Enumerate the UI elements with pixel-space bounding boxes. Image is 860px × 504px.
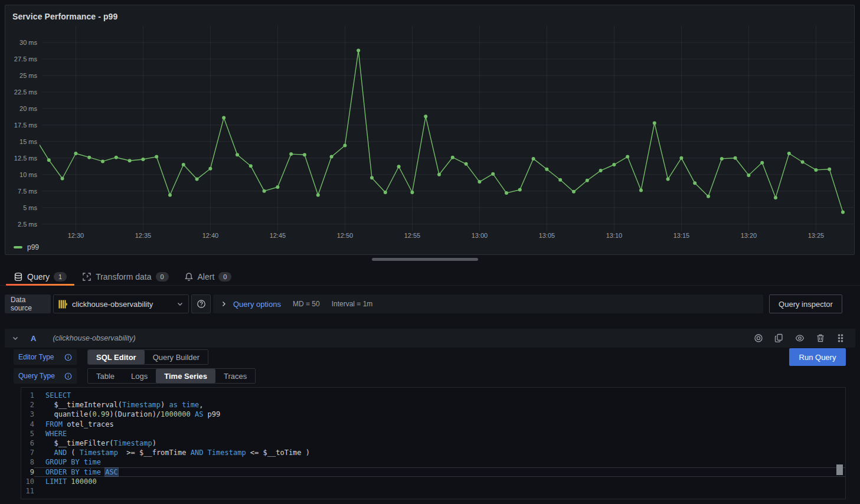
code-line: 7 AND ( Timestamp >= $__fromTime AND Tim… (21, 448, 845, 457)
tab-transform-label: Transform data (96, 272, 151, 282)
query-inspector-button[interactable]: Query inspector (769, 294, 842, 313)
target-icon[interactable] (754, 333, 763, 343)
collapse-query-icon[interactable] (12, 335, 19, 342)
line-number: 11 (21, 486, 34, 496)
line-number: 3 (21, 410, 34, 419)
code-line: 5WHERE (21, 429, 845, 438)
x-axis-tick: 12:35 (135, 232, 152, 239)
chevron-down-icon (176, 300, 184, 307)
y-axis-tick: 10 ms (19, 171, 37, 178)
angle-right-icon[interactable] (220, 300, 227, 307)
tab-transform-data[interactable]: Transform data 0 (74, 268, 176, 285)
datasource-toolbar: Data source clickhouse-observability (5, 294, 842, 313)
query-type-radio-group: TableLogsTime SeriesTraces (87, 368, 256, 384)
code-line: 9ORDER BY time ASC (21, 467, 845, 477)
x-axis-tick: 12:40 (202, 232, 219, 239)
series-p99 (34, 48, 845, 214)
x-axis-tick: 12:30 (68, 232, 84, 239)
line-number: 1 (21, 391, 34, 400)
clickhouse-logo-icon (58, 300, 67, 309)
line-number: 8 (21, 457, 34, 467)
line-number: 6 (21, 438, 34, 448)
editor-scrollbar-thumb[interactable] (836, 464, 843, 475)
editor-type-row: Editor Type SQL EditorQuery Builder (14, 349, 208, 365)
y-axis-tick: 22.5 ms (14, 89, 38, 96)
tab-alert-label: Alert (198, 272, 215, 282)
line-number: 2 (21, 400, 34, 410)
query-row-header: A (clickhouse-observability) (5, 329, 855, 348)
legend-swatch (14, 246, 22, 248)
tab-query[interactable]: Query 1 (6, 268, 74, 285)
x-axis-tick: 12:45 (270, 232, 286, 239)
y-axis-tick: 7.5 ms (18, 188, 38, 195)
tab-query-label: Query (27, 272, 50, 282)
option-logs[interactable]: Logs (123, 369, 156, 383)
option-time-series[interactable]: Time Series (156, 369, 215, 383)
x-axis-tick: 13:25 (808, 232, 825, 239)
line-number: 5 (21, 429, 34, 438)
option-sql-editor[interactable]: SQL Editor (88, 350, 145, 364)
code-line: 10LIMIT 100000 (21, 477, 845, 486)
query-type-label-box: Query Type (14, 368, 77, 384)
query-options-strip: Query options MD = 50 Interval = 1m (213, 294, 763, 313)
x-axis-tick: 12:50 (337, 232, 354, 239)
transform-icon (82, 272, 91, 282)
option-table[interactable]: Table (88, 369, 123, 383)
timeseries-chart: 2.5 ms5 ms7.5 ms10 ms12.5 ms15 ms17.5 ms… (5, 5, 855, 254)
code-line: 8GROUP BY time (21, 457, 845, 467)
code-line: 6 $__timeFilter(Timestamp) (21, 438, 845, 448)
tab-alert-count: 0 (218, 272, 231, 282)
question-circle-icon (197, 299, 206, 309)
timeseries-panel: 2.5 ms5 ms7.5 ms10 ms12.5 ms15 ms17.5 ms… (5, 5, 855, 255)
x-axis-tick: 13:10 (606, 232, 623, 239)
sql-code-editor[interactable]: 1SELECT2 $__timeInterval(Timestamp) as t… (21, 387, 846, 499)
x-axis-tick: 13:00 (472, 232, 488, 239)
datasource-help-button[interactable] (191, 294, 211, 313)
panel-title[interactable]: Service Performance - p99 (12, 12, 117, 21)
code-line: 11 (21, 486, 845, 496)
line-number: 7 (21, 448, 34, 457)
duplicate-query-icon[interactable] (774, 333, 784, 343)
query-type-label: Query Type (18, 372, 55, 380)
delete-query-trash-icon[interactable] (816, 333, 825, 343)
run-query-button[interactable]: Run Query (789, 348, 846, 366)
option-traces[interactable]: Traces (215, 369, 255, 383)
tab-transform-count: 0 (156, 272, 169, 282)
drag-handle-icon[interactable] (836, 333, 846, 343)
legend-item[interactable]: p99 (14, 243, 39, 251)
y-axis-tick: 15 ms (19, 138, 37, 145)
editor-type-radio-group: SQL EditorQuery Builder (87, 349, 208, 365)
option-query-builder[interactable]: Query Builder (145, 350, 208, 364)
query-type-row: Query Type TableLogsTime SeriesTraces (14, 368, 256, 384)
y-axis-tick: 17.5 ms (14, 122, 38, 129)
x-axis-tick: 13:05 (539, 232, 555, 239)
max-data-points-value: MD = 50 (293, 300, 320, 308)
code-line: 1SELECT (21, 391, 845, 400)
y-axis-tick: 25 ms (19, 72, 37, 79)
interval-value: Interval = 1m (332, 300, 373, 308)
tab-alert[interactable]: Alert 0 (176, 268, 240, 285)
datasource-picker[interactable]: clickhouse-observability (53, 294, 189, 313)
y-axis-tick: 27.5 ms (14, 55, 38, 63)
info-circle-icon[interactable] (64, 372, 72, 380)
y-axis-tick: 12.5 ms (14, 155, 38, 162)
panel-resize-handle[interactable] (372, 258, 478, 261)
edit-pane-tabs: Query 1 Transform data 0 A (0, 268, 860, 286)
y-axis-tick: 2.5 ms (18, 221, 38, 228)
line-number: 10 (21, 477, 34, 486)
line-number: 4 (21, 420, 34, 429)
hide-query-eye-icon[interactable] (795, 333, 805, 343)
tab-query-count: 1 (54, 272, 67, 282)
query-datasource-hint: (clickhouse-observability) (53, 334, 135, 342)
editor-type-label-box: Editor Type (14, 349, 77, 365)
info-circle-icon[interactable] (64, 354, 72, 361)
x-axis-tick: 13:20 (741, 232, 757, 239)
y-axis-tick: 5 ms (23, 204, 37, 211)
bell-icon (184, 272, 194, 282)
code-line: 3 quantile(0.99)(Duration)/1000000 AS p9… (21, 410, 845, 419)
query-options-link[interactable]: Query options (233, 300, 281, 309)
editor-type-label: Editor Type (18, 353, 54, 361)
database-icon (14, 272, 23, 282)
query-ref-id[interactable]: A (31, 334, 36, 343)
code-line: 4FROM otel_traces (21, 420, 845, 429)
